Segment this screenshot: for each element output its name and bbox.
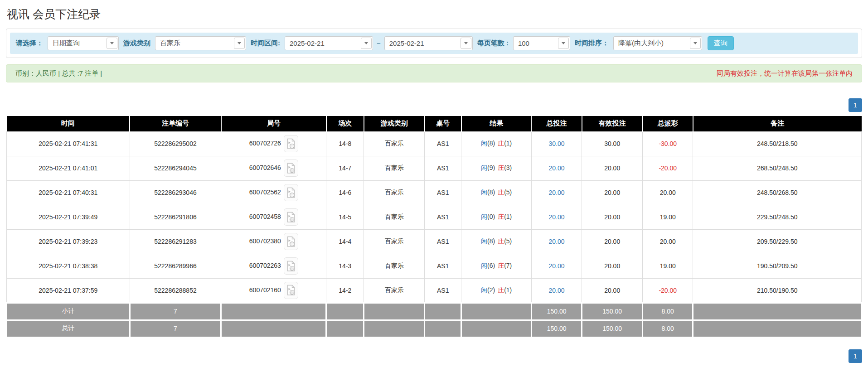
query-type-dropdown[interactable]: 日期查询: [48, 36, 119, 50]
page: 视讯 会员下注纪录 请选择： 日期查询 游戏类别 百家乐 时间区间: 2025-…: [0, 0, 868, 363]
subtotal-empty-cell: [364, 303, 425, 320]
cell-session: 14-8: [326, 131, 364, 156]
video-replay-button[interactable]: [284, 208, 298, 226]
cell-round: 600702562: [221, 180, 326, 205]
table-row: 2025-02-21 07:38:38 522286289966 6007022…: [7, 254, 862, 278]
date-from-value: 2025-02-21: [285, 39, 329, 47]
cell-result: 闲(8)庄(1): [461, 131, 532, 156]
cell-session: 14-4: [326, 229, 364, 254]
table-footer: 小计 7 150.00 150.00 8.00 总计 7 15: [7, 303, 862, 337]
cell-game-type: 百家乐: [364, 229, 425, 254]
query-type-label: 请选择：: [15, 39, 44, 48]
total-bet-link[interactable]: 20.00: [549, 189, 565, 196]
date-to-value: 2025-02-21: [385, 39, 429, 47]
video-replay-button[interactable]: [284, 184, 298, 201]
time-sort-dropdown[interactable]: 降冪(由大到小): [613, 36, 702, 50]
caret-icon: [238, 42, 241, 44]
column-header-time: 时间: [7, 116, 130, 131]
chevron-down-icon[interactable]: [107, 38, 117, 49]
cell-remark: 210.50/190.50: [693, 278, 862, 303]
video-replay-icon: [286, 163, 296, 174]
cell-game-type: 百家乐: [364, 156, 425, 180]
search-button[interactable]: 查询: [708, 36, 734, 50]
cell-game-type: 百家乐: [364, 180, 425, 205]
caret-icon: [364, 42, 368, 44]
result-banker-score: (1): [504, 286, 512, 294]
result-banker-score: (5): [504, 237, 512, 245]
cell-bet-id: 522286289966: [130, 254, 221, 278]
date-to-dropdown[interactable]: 2025-02-21: [384, 36, 473, 50]
result-player-label: 闲: [481, 213, 487, 220]
result-player-score: (8): [487, 140, 495, 147]
result-player-label: 闲: [481, 237, 487, 245]
date-range-separator: ~: [376, 39, 381, 47]
cell-remark: 268.50/248.50: [693, 156, 862, 180]
total-bet-link[interactable]: 20.00: [549, 238, 565, 245]
cell-valid-bet: 20.00: [582, 205, 643, 229]
subtotal-empty-cell: [425, 303, 461, 320]
total-empty-cell: [221, 320, 326, 337]
result-banker-score: (5): [504, 188, 512, 196]
game-type-dropdown[interactable]: 百家乐: [155, 36, 246, 50]
video-replay-button[interactable]: [284, 135, 298, 152]
total-bet-link[interactable]: 20.00: [549, 262, 565, 270]
result-player-label: 闲: [481, 262, 487, 269]
cell-time: 2025-02-21 07:39:49: [7, 205, 130, 229]
cell-payout: 20.00: [643, 229, 693, 254]
page-size-dropdown[interactable]: 100: [513, 36, 570, 50]
chevron-down-icon[interactable]: [361, 38, 372, 49]
video-replay-button[interactable]: [284, 282, 298, 299]
cell-game-type: 百家乐: [364, 278, 425, 303]
subtotal-label: 小计: [7, 303, 130, 320]
total-bet-link[interactable]: 20.00: [549, 287, 565, 294]
cell-result: 闲(2)庄(1): [461, 278, 532, 303]
column-header-result: 结果: [461, 116, 532, 131]
chevron-down-icon[interactable]: [461, 38, 471, 49]
chevron-down-icon[interactable]: [690, 38, 701, 49]
table-row: 2025-02-21 07:37:59 522286288852 6007021…: [7, 278, 862, 303]
cell-time: 2025-02-21 07:40:31: [7, 180, 130, 205]
cell-game-type: 百家乐: [364, 254, 425, 278]
total-bet-link[interactable]: 20.00: [549, 213, 565, 221]
result-player-label: 闲: [481, 286, 487, 294]
cell-valid-bet: 20.00: [582, 180, 643, 205]
column-header-bet-id: 注单编号: [130, 116, 221, 131]
subtotal-empty-cell: [461, 303, 532, 320]
pagination-page-button[interactable]: 1: [849, 98, 862, 112]
cell-result: 闲(6)庄(7): [461, 254, 532, 278]
chevron-down-icon[interactable]: [234, 38, 245, 49]
video-replay-icon: [286, 285, 296, 296]
chevron-down-icon[interactable]: [558, 38, 569, 49]
cell-total-bet: 20.00: [531, 278, 582, 303]
pagination-page-button[interactable]: 1: [849, 349, 862, 363]
cell-round: 600702646: [221, 156, 326, 180]
date-from-dropdown[interactable]: 2025-02-21: [285, 36, 373, 50]
table-row: 2025-02-21 07:41:01 522286294045 6007026…: [7, 156, 862, 180]
video-replay-button[interactable]: [284, 233, 298, 250]
cell-game-type: 百家乐: [364, 205, 425, 229]
video-replay-button[interactable]: [284, 257, 298, 275]
subtotal-row: 小计 7 150.00 150.00 8.00: [7, 303, 862, 320]
cell-bet-id: 522286293046: [130, 180, 221, 205]
cell-result: 闲(0)庄(1): [461, 205, 532, 229]
time-sort-label: 时间排序：: [573, 39, 610, 48]
subtotal-payout: 8.00: [643, 303, 693, 320]
video-replay-button[interactable]: [284, 159, 298, 177]
cell-session: 14-7: [326, 156, 364, 180]
result-banker-label: 庄: [498, 213, 504, 220]
total-payout: 8.00: [643, 320, 693, 337]
cell-round: 600702380: [221, 229, 326, 254]
total-bet-link[interactable]: 30.00: [549, 140, 565, 147]
cell-session: 14-5: [326, 205, 364, 229]
table-row: 2025-02-21 07:41:31 522286295002 6007027…: [7, 131, 862, 156]
header-row: 时间 注单编号 局号 场次 游戏类别 桌号 结果 总投注 有效投注 总派彩 备注: [7, 116, 862, 131]
total-bet-link[interactable]: 20.00: [549, 164, 565, 172]
cell-result: 闲(8)庄(5): [461, 229, 532, 254]
time-sort-value: 降冪(由大到小): [614, 39, 668, 48]
total-empty-cell: [693, 320, 862, 337]
result-player-score: (6): [487, 262, 495, 269]
result-banker-score: (3): [504, 164, 512, 171]
filter-bar: 请选择： 日期查询 游戏类别 百家乐 时间区间: 2025-02-21 ~ 20…: [10, 33, 858, 54]
cell-total-bet: 20.00: [531, 205, 582, 229]
game-type-value: 百家乐: [155, 39, 185, 48]
